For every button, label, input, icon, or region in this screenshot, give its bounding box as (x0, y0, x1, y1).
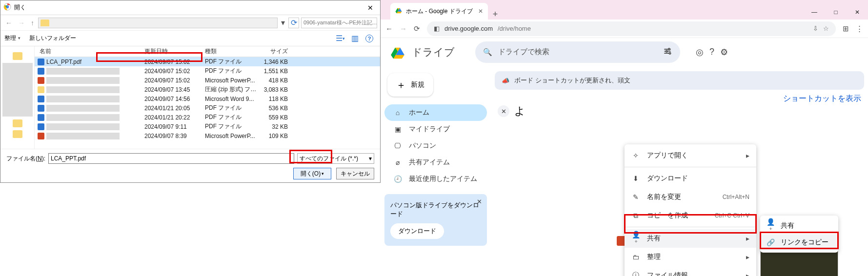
forward-icon[interactable]: → (400, 24, 407, 33)
maximize-button[interactable]: □ (825, 5, 847, 20)
folder-icon (13, 130, 22, 138)
svg-point-4 (669, 53, 670, 54)
ctx-organize[interactable]: 🗀整理▸ (625, 248, 756, 266)
organize-menu[interactable]: 整理 (4, 34, 16, 42)
browser-tab[interactable]: ホーム - Google ドライブ ✕ (390, 3, 488, 20)
reload-icon[interactable]: ⟳ (414, 24, 420, 33)
col-name[interactable]: 名前 (35, 47, 144, 56)
up-button[interactable]: ↑ (29, 19, 36, 27)
new-tab-button[interactable]: + (488, 9, 503, 20)
file-name: LCA_PPT.pdf (46, 59, 81, 65)
share-icon: 👤⁺ (766, 218, 775, 234)
search-box[interactable]: 0906-yamatar様へ-PE外注記... (301, 18, 377, 28)
preview-pane-button[interactable]: ▥ (348, 33, 362, 44)
ctx-download[interactable]: ⬇ダウンロード (625, 169, 756, 188)
menu-icon[interactable]: ⋮ (856, 24, 863, 33)
ready-offline-icon[interactable]: ◎ (696, 47, 704, 58)
back-button[interactable]: ← (3, 19, 14, 27)
view-button[interactable]: ☰ ▾ (333, 33, 347, 44)
column-headers[interactable]: 名前 更新日時 種類 サイズ (35, 46, 380, 57)
nav-bar: ← → ↑ ▾ ⟳ 0906-yamatar様へ-PE外注記... (0, 15, 380, 31)
col-size[interactable]: サイズ (257, 47, 293, 56)
omnibox[interactable]: ◧ drive.google.com/drive/home ⇩ ☆ (427, 21, 836, 36)
file-type: 圧縮 (zip 形式) フォ... (205, 85, 257, 94)
search-options-icon[interactable] (663, 46, 672, 58)
file-size: 109 KB (257, 133, 293, 139)
file-row[interactable]: LCA_PPT.pdf 2024/09/07 15:02 PDF ファイル 1,… (35, 57, 380, 66)
toolbar: 整理▾ 新しいフォルダー ☰ ▾ ▥ ? (0, 31, 380, 46)
sidebar-item[interactable]: 🕘最近使用したアイテム (384, 171, 487, 187)
file-row[interactable]: 2024/09/07 15:02 PDF ファイル 1,551 KB (35, 66, 380, 76)
open-button[interactable]: 開く(O)▾ (293, 168, 331, 179)
tab-close-icon[interactable]: ✕ (478, 8, 483, 15)
search-placeholder: ドライブで検索 (498, 47, 549, 57)
folder-icon (13, 119, 22, 127)
sidebar-item[interactable]: 🖵パソコン (384, 138, 487, 154)
cancel-button[interactable]: キャンセル (336, 168, 374, 179)
file-size: 418 KB (257, 77, 293, 84)
file-type-icon (38, 133, 44, 139)
file-row[interactable]: 2024/09/07 8:39 Microsoft PowerP... 109 … (35, 131, 380, 140)
path-dropdown[interactable]: ▾ (280, 18, 286, 27)
ctx-rename[interactable]: ✎名前を変更Ctrl+Alt+N (625, 188, 756, 206)
chrome-logo-icon (3, 3, 11, 13)
shortcut-link[interactable]: ショートカットを表示 (783, 94, 861, 102)
dismiss-icon[interactable]: ✕ (498, 105, 509, 117)
support-icon[interactable]: ? (709, 47, 714, 58)
file-type-icon (38, 68, 44, 75)
drive-favicon-icon (395, 7, 402, 16)
file-type: PDF ファイル (205, 67, 257, 75)
minimize-button[interactable]: — (804, 5, 825, 20)
back-icon[interactable]: ← (385, 24, 393, 33)
sidebar-item[interactable]: ⌂ホーム (384, 104, 487, 121)
filename-input[interactable] (48, 153, 294, 164)
close-button[interactable]: ✕ (361, 4, 380, 12)
promo-close-icon[interactable]: ✕ (477, 198, 482, 205)
sidebar-item[interactable]: ▣マイドライブ (384, 121, 487, 138)
folder-tree[interactable] (0, 46, 35, 149)
new-folder-button[interactable]: 新しいフォルダー (29, 34, 76, 42)
extensions-icon[interactable]: ⊞ (843, 24, 849, 33)
col-type[interactable]: 種類 (205, 47, 257, 56)
drive-search[interactable]: 🔍 ドライブで検索 (475, 41, 680, 63)
ctx-file-info[interactable]: ⓘファイル情報▸ (625, 266, 756, 276)
promo-download-button[interactable]: ダウンロード (390, 223, 444, 239)
bookmark-icon[interactable]: ☆ (823, 25, 829, 32)
ctx-make-copy[interactable]: ⧉コピーを作成Ctrl+C Ctrl+V (625, 206, 756, 225)
file-row[interactable]: 2024/09/07 9:11 PDF ファイル 32 KB (35, 122, 380, 131)
sidebar-icon: ▣ (393, 125, 402, 133)
sub-share[interactable]: 👤⁺共有 (760, 217, 838, 234)
col-date[interactable]: 更新日時 (144, 47, 205, 56)
filetype-dropdown[interactable]: すべてのファイル (*.*)▾ (297, 153, 374, 164)
site-info-icon[interactable]: ◧ (434, 25, 440, 32)
tab-strip: ホーム - Google ドライブ ✕ + — □ ✕ (381, 0, 868, 20)
file-type-icon (38, 77, 44, 84)
ctx-share[interactable]: 👤⁺共有▸ (625, 229, 756, 248)
sidebar-item[interactable]: ⌀共有アイテム (384, 154, 487, 171)
file-date: 2024/09/07 8:39 (144, 133, 205, 139)
drive-main: 📣 ボード ショートカットが更新され、頭文 ショートカットを表示 ✕ よ ✧アプ… (491, 66, 868, 276)
file-row[interactable]: 2024/09/07 13:45 圧縮 (zip 形式) フォ... 3,083… (35, 85, 380, 94)
sidebar-label: パソコン (409, 141, 436, 150)
address-bar-row: ← → ⟳ ◧ drive.google.com/drive/home ⇩ ☆ … (381, 20, 868, 38)
file-size: 32 KB (257, 123, 293, 130)
new-button[interactable]: ＋新規 (387, 73, 433, 97)
install-icon[interactable]: ⇩ (813, 25, 818, 32)
settings-icon[interactable]: ⚙ (720, 47, 728, 58)
forward-button[interactable]: → (16, 19, 27, 27)
ctx-open-with[interactable]: ✧アプリで開く▸ (625, 146, 756, 165)
refresh-button[interactable]: ⟳ (288, 18, 299, 28)
titlebar: 開く ✕ (0, 0, 380, 15)
path-bar[interactable] (38, 18, 278, 28)
file-row[interactable]: 2024/09/07 15:02 Microsoft PowerP... 418… (35, 76, 380, 85)
file-row[interactable]: 2024/01/21 20:22 PDF ファイル 559 KB (35, 113, 380, 122)
file-size: 1,346 KB (257, 59, 293, 65)
redacted-name (46, 86, 120, 93)
file-row[interactable]: 2024/09/07 14:56 Microsoft Word 9... 118… (35, 94, 380, 103)
tab-title: ホーム - Google ドライブ (406, 7, 473, 16)
sub-copy-link[interactable]: 🔗リンクをコピー (760, 234, 838, 251)
close-window-button[interactable]: ✕ (847, 5, 868, 20)
file-row[interactable]: 2024/01/21 20:05 PDF ファイル 536 KB (35, 103, 380, 113)
help-button[interactable]: ? (363, 33, 376, 44)
browser-window: ホーム - Google ドライブ ✕ + — □ ✕ ← → ⟳ ◧ driv… (381, 0, 868, 276)
